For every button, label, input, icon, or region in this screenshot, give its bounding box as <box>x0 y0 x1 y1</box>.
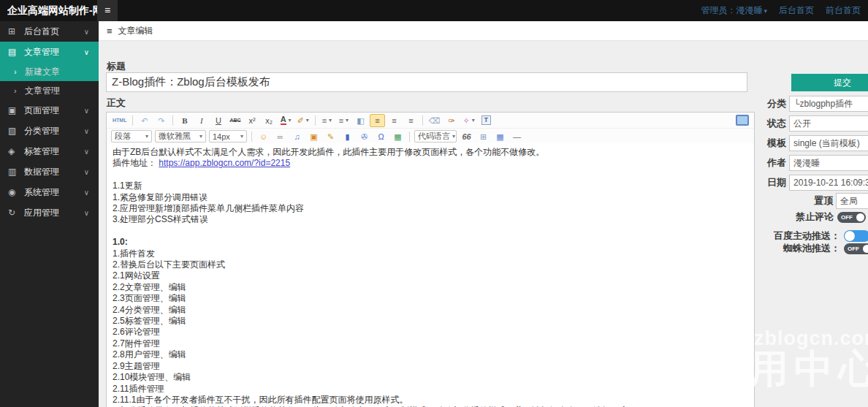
align-left-icon: ≡ <box>375 115 379 126</box>
code-language-select[interactable]: 代码语言▾ <box>414 130 457 142</box>
special-char-button[interactable]: Ω <box>373 130 389 143</box>
nav-backend-home[interactable]: 后台首页 <box>779 4 814 17</box>
chevron-down-icon: ∨ <box>84 148 89 156</box>
editor-line-text: 2.4分类管理、编辑 <box>113 305 186 315</box>
align-left-button[interactable]: ≡ <box>370 114 385 127</box>
italic-button[interactable]: I <box>194 114 209 127</box>
chevron-down-icon: ▾ <box>452 133 455 140</box>
sticky-label: 置顶 <box>801 194 833 208</box>
table-button[interactable]: ▦ <box>492 130 508 143</box>
editor-line-text: 2.1网站设置 <box>113 270 160 281</box>
sidebar-item-apps[interactable]: ↻应用管理∨ <box>0 202 99 223</box>
nav-frontend-home[interactable]: 前台首页 <box>826 4 861 17</box>
image-icon: ▣ <box>310 132 317 142</box>
baidu-push-toggle[interactable] <box>844 230 868 242</box>
map-button[interactable]: ▦ <box>390 130 406 143</box>
editor-line: 2.6评论管理 <box>113 327 748 338</box>
date-input[interactable]: 2019-10-21 16:09:32 <box>789 175 868 191</box>
undo-button[interactable]: ↶ <box>137 114 152 127</box>
snapscreen-button[interactable]: ⊞ <box>476 130 491 143</box>
sidebar-item-label: 页面管理 <box>24 104 84 117</box>
superscript-button[interactable]: x² <box>245 114 260 127</box>
author-value: 漫漫睡 <box>793 157 820 170</box>
blockquote-button[interactable]: 66 <box>459 130 474 143</box>
eraser-icon: ⌫ <box>429 115 441 126</box>
font-color-button[interactable]: A▾ <box>278 114 294 127</box>
horizontal-rule-button[interactable]: — <box>509 130 525 143</box>
chevron-down-icon: ∨ <box>84 48 89 56</box>
music-button[interactable]: ♫ <box>289 130 305 143</box>
snapscreen-icon: ⊞ <box>480 132 487 142</box>
font-family-select[interactable]: 微软雅黑▾ <box>155 130 206 142</box>
sidebar-item-categories[interactable]: ▧分类管理∨ <box>0 121 99 141</box>
sidebar-item-pages[interactable]: ▣页面管理∨ <box>0 100 99 121</box>
status-select[interactable]: 公开 <box>789 115 868 132</box>
disable-comment-toggle[interactable]: OFF <box>837 212 866 223</box>
highlight-button[interactable]: ✐▾ <box>295 114 311 127</box>
attachment-button[interactable]: ✇ <box>357 130 372 143</box>
status-value: 公开 <box>793 118 811 130</box>
title-input[interactable] <box>106 72 747 92</box>
redo-button[interactable]: ↷ <box>153 114 169 127</box>
bold-button[interactable]: B <box>177 114 192 127</box>
category-label: 分类 <box>764 97 786 110</box>
align-right-button[interactable]: ≡ <box>403 114 419 127</box>
auto-typeset-button[interactable]: ✧▾ <box>460 114 476 127</box>
indent-icon: ◧ <box>357 115 364 126</box>
spider-push-toggle[interactable]: OFF <box>844 243 868 254</box>
chevron-down-icon: ▾ <box>145 133 148 140</box>
sidebar-item-tags[interactable]: ◈标签管理∨ <box>0 141 99 161</box>
editor-line-text: 由于ZB后台默认样式不太满足个人需求，因此开发此插件，此插件主要用于修改页面样式… <box>113 147 544 157</box>
paragraph-select[interactable]: 段落▾ <box>111 130 152 142</box>
glasses-button[interactable]: ∞ <box>273 130 288 143</box>
strikethrough-button[interactable]: ABC <box>227 114 243 127</box>
editor-line: 3.处理部分CSS样式错误 <box>113 214 748 225</box>
blockquote-icon: 66 <box>462 132 471 142</box>
sidebar-item-dashboard[interactable]: ⊞后台首页∨ <box>0 21 99 42</box>
align-center-button[interactable]: ≡ <box>387 114 402 127</box>
template-select[interactable]: single (当前模板) <box>789 135 868 151</box>
sidebar-subitem-article-manage[interactable]: ›文章管理 <box>0 81 99 100</box>
editor-line: 2.2文章管理、编辑 <box>113 282 748 293</box>
sticky-select[interactable]: 全局 <box>836 193 868 209</box>
paste-text-button[interactable]: T <box>479 114 494 127</box>
image-button[interactable]: ▣ <box>306 130 321 143</box>
hamburger-icon: ≡ <box>107 26 113 37</box>
sidebar-item-label: 应用管理 <box>24 207 84 219</box>
category-select[interactable]: └zblogphp插件 <box>789 96 868 112</box>
format-brush-button[interactable]: ✑ <box>443 114 459 127</box>
sidebar-item-articles[interactable]: ▤文章管理∨ <box>0 42 99 62</box>
template-value: single (当前模板) <box>793 137 860 150</box>
editor-line-text: 2.9主题管理 <box>113 361 160 371</box>
font-size-select[interactable]: 14px▾ <box>209 130 247 142</box>
underline-button[interactable]: U <box>210 114 226 127</box>
chevron-down-icon: ▾ <box>240 133 243 140</box>
fullscreen-button[interactable] <box>736 115 749 126</box>
italic-icon: I <box>200 115 203 126</box>
sidebar-item-label: 标签管理 <box>24 145 84 158</box>
sidebar-toggle-button[interactable]: ≡ <box>97 0 118 21</box>
author-input[interactable]: 漫漫睡 <box>789 155 868 171</box>
admin-menu[interactable]: 管理员：漫漫睡▾ <box>701 4 767 17</box>
ordered-list-button[interactable]: ≡▾ <box>319 114 335 127</box>
sidebar-subitem-new-article[interactable]: ›新建文章 <box>0 62 99 81</box>
content-link[interactable]: https://app.zblogcn.com/?id=2215 <box>159 158 290 168</box>
eraser-button[interactable]: ⌫ <box>427 114 443 127</box>
html-source-button[interactable]: HTML <box>110 114 129 127</box>
emoticon-button[interactable]: ☺ <box>256 130 271 143</box>
chevron-down-icon: ▾ <box>346 117 349 123</box>
indent-button[interactable]: ◧ <box>353 114 368 127</box>
header-nav: 管理员：漫漫睡▾ 后台首页 前台首页 <box>701 0 861 21</box>
unordered-list-button[interactable]: ≡▾ <box>336 114 351 127</box>
scrawl-button[interactable]: ✎ <box>323 130 338 143</box>
editor-line: 1.0: <box>113 237 748 248</box>
superscript-icon: x² <box>249 115 256 126</box>
auto-typeset-icon: ✧ <box>462 115 469 126</box>
page-icon: ▣ <box>8 105 24 115</box>
sidebar-item-data[interactable]: ▥数据管理∨ <box>0 161 99 182</box>
subscript-button[interactable]: x₂ <box>262 114 277 127</box>
submit-button[interactable]: 提交 <box>791 74 868 91</box>
sidebar-item-system[interactable]: ◉系统管理∨ <box>0 182 99 202</box>
video-button[interactable]: ▮ <box>340 130 355 143</box>
editor-content[interactable]: 由于ZB后台默认样式不太满足个人需求，因此开发此插件，此插件主要用于修改页面样式… <box>107 143 754 407</box>
